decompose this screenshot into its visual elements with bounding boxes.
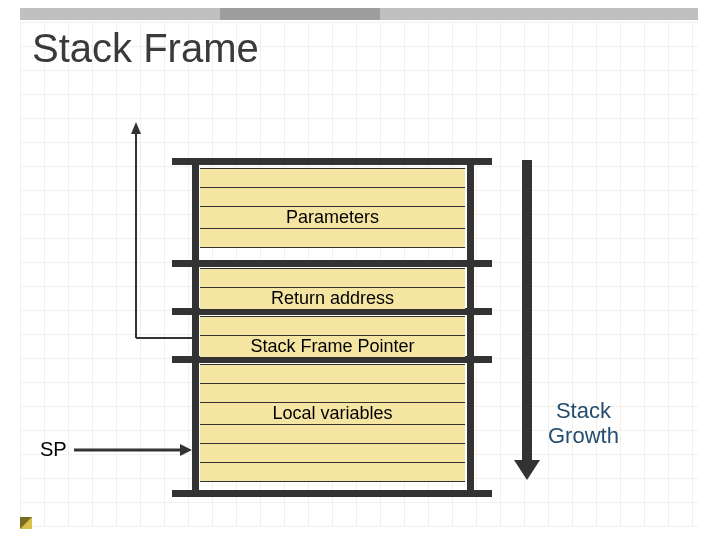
sp-arrow-icon — [74, 442, 194, 458]
local-vars-region: Local variables — [200, 364, 465, 482]
sp-label: SP — [40, 438, 67, 461]
stack-cell — [200, 168, 465, 188]
stack-cell — [200, 444, 465, 463]
parameters-label-cell: Parameters — [200, 207, 465, 229]
return-address-region: Return address — [200, 268, 465, 310]
stack-growth-arrow-icon — [514, 160, 540, 480]
return-address-label-cell: Return address — [200, 288, 465, 310]
local-vars-label-cell: Local variables — [200, 403, 465, 425]
svg-marker-4 — [131, 122, 141, 134]
svg-marker-1 — [180, 444, 192, 456]
frame-bar-top — [172, 158, 492, 165]
stack-cell — [200, 316, 465, 336]
stack-growth-label: Stack Growth — [548, 398, 619, 449]
stack-cell — [200, 229, 465, 248]
frame-pointer-region: Stack Frame Pointer — [200, 316, 465, 358]
svg-rect-5 — [522, 160, 532, 462]
stack-cell — [200, 384, 465, 403]
stack-cell — [200, 364, 465, 384]
frame-bar-after-params — [172, 260, 492, 267]
frame-bar-bottom — [172, 490, 492, 497]
title-bar-accent — [220, 8, 380, 20]
frame-pointer-label-cell: Stack Frame Pointer — [200, 336, 465, 358]
frame-pointer-arrow-icon — [128, 120, 198, 345]
stack-cell — [200, 268, 465, 288]
corner-decoration-icon — [20, 517, 32, 529]
stack-growth-line1: Stack — [556, 398, 611, 423]
stack-cell — [200, 463, 465, 482]
stack-cell — [200, 425, 465, 444]
stack-growth-line2: Growth — [548, 423, 619, 448]
svg-marker-6 — [514, 460, 540, 480]
page-title: Stack Frame — [32, 26, 259, 71]
stack-cell — [200, 188, 465, 207]
parameters-region: Parameters — [200, 168, 465, 248]
